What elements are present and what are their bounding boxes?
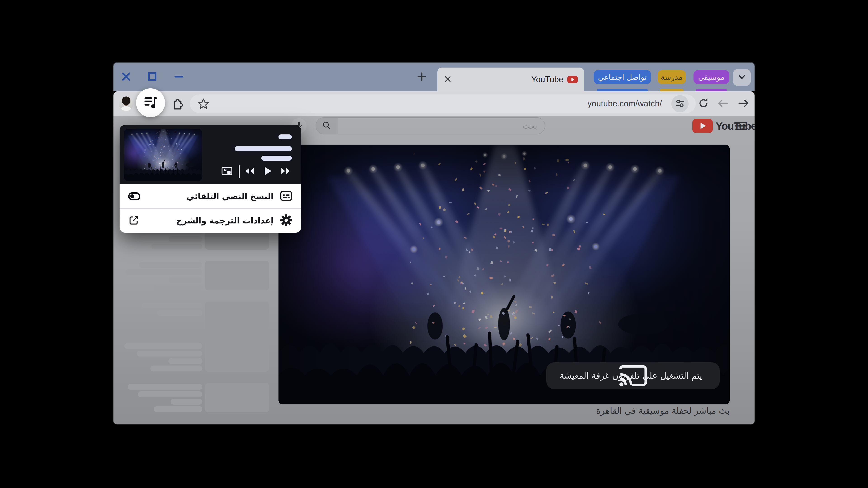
gear-icon <box>280 214 292 228</box>
controls-divider <box>239 165 240 178</box>
chevron-down-icon <box>737 72 746 83</box>
window-maximize-button[interactable] <box>147 72 158 83</box>
skeleton-text-line <box>141 302 202 308</box>
skeleton-text-line <box>168 358 202 364</box>
caption-settings-row[interactable]: إعدادات الترجمة والشرح <box>120 208 301 233</box>
skeleton-text-line <box>154 406 202 412</box>
next-track-button[interactable] <box>279 165 292 178</box>
window-minimize-button[interactable] <box>174 72 184 83</box>
plus-icon <box>417 72 427 83</box>
maximize-icon <box>147 72 157 82</box>
window-close-button[interactable] <box>121 72 131 83</box>
video-player[interactable]: يتم التشغيل على تلفزيون غرفة المعيشة <box>278 144 730 404</box>
tab-group-social[interactable]: تواصل اجتماعي <box>594 70 651 84</box>
minimize-icon <box>174 72 184 82</box>
search-input[interactable]: بحث <box>338 122 545 130</box>
live-caption-row[interactable]: النسخ النصي التلقائي <box>120 184 301 208</box>
profile-avatar[interactable] <box>119 96 133 111</box>
skeleton-text-line <box>151 243 202 250</box>
close-icon <box>121 72 131 82</box>
menu-icon[interactable] <box>735 121 747 131</box>
skeleton-text-line <box>125 269 202 275</box>
media-controls-button[interactable] <box>136 88 165 117</box>
tab-group-label: مدرسة <box>661 73 682 82</box>
closed-caption-icon <box>280 190 292 203</box>
skeleton-thumbnail <box>205 342 269 372</box>
skeleton-text-line <box>128 384 202 390</box>
picture-in-picture-icon <box>221 165 233 178</box>
tab-group-stripe <box>660 89 684 91</box>
search-bar[interactable]: بحث <box>315 117 545 134</box>
tab-group-stripe <box>696 89 727 91</box>
fast-forward-icon <box>280 166 291 176</box>
forward-button[interactable] <box>737 97 750 110</box>
skeleton-thumbnail <box>205 302 269 331</box>
search-button[interactable] <box>316 118 338 134</box>
tune-icon <box>675 98 685 109</box>
skeleton-text-line <box>139 262 202 268</box>
skeleton-text-line <box>169 277 202 283</box>
youtube-logo-icon[interactable] <box>692 119 713 133</box>
previous-track-button[interactable] <box>243 165 256 178</box>
skeleton-text-line <box>150 365 202 371</box>
open-in-new-icon <box>128 215 140 227</box>
tab-group-stripe <box>597 89 648 91</box>
arrow-right-icon <box>738 97 750 110</box>
site-controls-button[interactable] <box>671 95 688 112</box>
play-icon <box>264 166 272 177</box>
tab-strip: YouTube تواصل اجتماعي مدرسة موسيقى <box>114 63 754 91</box>
media-title-placeholder <box>235 146 292 151</box>
tab-group-label: موسيقى <box>698 73 725 82</box>
bookmark-star-icon[interactable] <box>197 98 209 110</box>
new-tab-button[interactable] <box>416 71 428 83</box>
tab-list-menu-button[interactable] <box>733 69 751 86</box>
cast-status-overlay: يتم التشغيل على تلفزيون غرفة المعيشة <box>546 362 720 389</box>
active-tab-youtube[interactable]: YouTube <box>437 68 584 91</box>
rewind-icon <box>244 166 255 176</box>
media-session-card[interactable] <box>120 125 301 184</box>
live-caption-label: النسخ النصي التلقائي <box>186 192 274 201</box>
video-title: بث مباشر لحفلة موسيقية في القاهرة <box>278 406 730 416</box>
tab-close-icon[interactable] <box>444 75 452 84</box>
skeleton-text-line <box>138 391 202 397</box>
skeleton-text-line <box>170 399 202 404</box>
reload-button[interactable] <box>697 97 710 110</box>
skeleton-text-line <box>153 284 202 290</box>
extensions-button[interactable] <box>170 97 183 110</box>
live-caption-toggle[interactable] <box>128 192 141 200</box>
browser-window: YouTube تواصل اجتماعي مدرسة موسيقى <box>114 63 754 424</box>
skeleton-text-line <box>124 343 202 349</box>
back-button[interactable] <box>717 97 729 110</box>
tab-group-music[interactable]: موسيقى <box>693 70 729 84</box>
tab-group-school[interactable]: مدرسة <box>657 70 686 84</box>
puzzle-icon <box>170 97 183 110</box>
url-text[interactable]: youtube.com/watch/ <box>587 94 662 113</box>
youtube-favicon-icon <box>567 76 578 83</box>
tab-title: YouTube <box>531 75 563 84</box>
address-bar[interactable]: youtube.com/watch/ <box>190 94 696 113</box>
picture-in-picture-button[interactable] <box>221 165 233 178</box>
media-title-placeholder <box>278 134 292 139</box>
media-artist-placeholder <box>261 156 292 161</box>
caption-settings-label: إعدادات الترجمة والشرح <box>176 216 274 225</box>
queue-music-icon <box>144 95 158 110</box>
search-icon <box>322 121 332 131</box>
arrow-left-icon <box>717 97 729 110</box>
skeleton-text-line <box>168 236 202 242</box>
play-button[interactable] <box>261 165 274 178</box>
skeleton-thumbnail <box>205 383 269 412</box>
media-controls-popup: النسخ النصي التلقائي إعدادات الترجمة وال… <box>120 125 301 233</box>
tab-group-label: تواصل اجتماعي <box>598 73 647 82</box>
reload-icon <box>698 97 709 110</box>
skeleton-text-line <box>157 310 202 316</box>
skeleton-text-line <box>137 351 202 357</box>
skeleton-thumbnail <box>205 261 269 290</box>
media-thumbnail <box>124 129 202 181</box>
desktop-background: YouTube تواصل اجتماعي مدرسة موسيقى <box>0 0 868 488</box>
